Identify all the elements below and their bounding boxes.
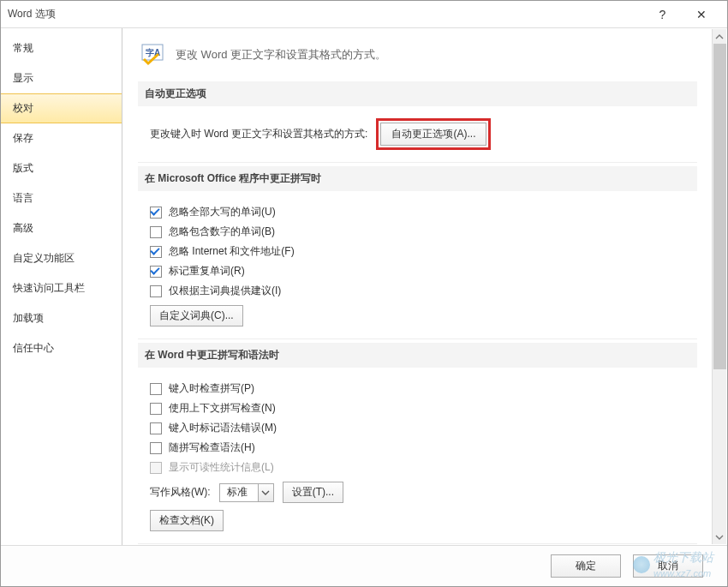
checkbox-grammar-with-spell[interactable] bbox=[150, 442, 162, 454]
autocorrect-desc: 更改键入时 Word 更正文字和设置其格式的方式: bbox=[150, 127, 367, 141]
checkbox-context-spell[interactable] bbox=[150, 403, 162, 415]
page-description: 更改 Word 更正文字和设置其格式的方式。 bbox=[176, 47, 386, 63]
sidebar-item-trust-center[interactable]: 信任中心 bbox=[1, 333, 122, 363]
section-word-spell-title: 在 Word 中更正拼写和语法时 bbox=[138, 343, 697, 368]
scroll-down-button[interactable] bbox=[713, 530, 726, 544]
checkbox-check-typing[interactable] bbox=[150, 383, 162, 395]
scroll-thumb[interactable] bbox=[713, 44, 726, 369]
scroll-up-button[interactable] bbox=[713, 29, 726, 44]
checkbox-ignore-numbers[interactable] bbox=[150, 226, 162, 238]
checkbox-main-dict-only[interactable] bbox=[150, 285, 162, 297]
sidebar-item-layout[interactable]: 版式 bbox=[1, 153, 122, 183]
section-office-spell: 忽略全部大写的单词(U) 忽略包含数字的单词(B) 忽略 Internet 和文… bbox=[138, 191, 697, 339]
vertical-scrollbar[interactable] bbox=[712, 29, 726, 544]
category-sidebar: 常规 显示 校对 保存 版式 语言 高级 自定义功能区 快速访问工具栏 加载项 … bbox=[1, 28, 122, 545]
label-context-spell: 使用上下文拼写检查(N) bbox=[169, 401, 276, 416]
options-dialog: Word 选项 ? ✕ 常规 显示 校对 保存 版式 语言 高级 自定义功能区 … bbox=[0, 0, 728, 587]
sidebar-item-customize-ribbon[interactable]: 自定义功能区 bbox=[1, 243, 122, 273]
label-readability: 显示可读性统计信息(L) bbox=[169, 460, 274, 475]
sidebar-item-proofing[interactable]: 校对 bbox=[1, 93, 122, 123]
titlebar: Word 选项 ? ✕ bbox=[1, 1, 727, 28]
highlight-annotation: 自动更正选项(A)... bbox=[376, 118, 491, 150]
label-grammar-with-spell: 随拼写检查语法(H) bbox=[169, 440, 255, 455]
check-document-button[interactable]: 检查文档(K) bbox=[150, 510, 224, 531]
checkbox-ignore-uppercase[interactable] bbox=[150, 207, 162, 219]
sidebar-item-advanced[interactable]: 高级 bbox=[1, 213, 122, 243]
checkbox-flag-repeat[interactable] bbox=[150, 266, 162, 278]
ok-button[interactable]: 确定 bbox=[551, 554, 621, 578]
label-flag-repeat: 标记重复单词(R) bbox=[169, 264, 245, 279]
checkbox-ignore-internet[interactable] bbox=[150, 246, 162, 258]
custom-dictionaries-button[interactable]: 自定义词典(C)... bbox=[150, 305, 243, 326]
proofing-icon: 字A bbox=[141, 44, 165, 66]
label-mark-grammar: 键入时标记语法错误(M) bbox=[169, 421, 277, 435]
sidebar-item-addins[interactable]: 加载项 bbox=[1, 303, 122, 333]
sidebar-item-save[interactable]: 保存 bbox=[1, 123, 122, 153]
scroll-track[interactable] bbox=[713, 44, 726, 530]
checkbox-mark-grammar[interactable] bbox=[150, 422, 162, 434]
checkbox-readability bbox=[150, 462, 162, 474]
dialog-footer: 确定 取消 bbox=[1, 545, 727, 586]
writing-style-settings-button[interactable]: 设置(T)... bbox=[283, 482, 343, 503]
sidebar-item-quick-access[interactable]: 快速访问工具栏 bbox=[1, 273, 122, 303]
help-button[interactable]: ? bbox=[643, 2, 682, 27]
autocorrect-options-button[interactable]: 自动更正选项(A)... bbox=[380, 123, 486, 146]
chevron-down-icon bbox=[258, 484, 273, 501]
window-title: Word 选项 bbox=[8, 7, 643, 21]
section-office-spell-title: 在 Microsoft Office 程序中更正拼写时 bbox=[138, 166, 697, 191]
cancel-button[interactable]: 取消 bbox=[633, 554, 703, 578]
section-autocorrect-title: 自动更正选项 bbox=[138, 81, 697, 106]
sidebar-item-language[interactable]: 语言 bbox=[1, 183, 122, 213]
writing-style-label: 写作风格(W): bbox=[150, 485, 211, 500]
section-autocorrect: 更改键入时 Word 更正文字和设置其格式的方式: 自动更正选项(A)... bbox=[138, 106, 697, 163]
label-check-typing: 键入时检查拼写(P) bbox=[169, 381, 254, 396]
section-word-spell: 键入时检查拼写(P) 使用上下文拼写检查(N) 键入时标记语法错误(M) 随拼写… bbox=[138, 368, 697, 544]
label-ignore-internet: 忽略 Internet 和文件地址(F) bbox=[169, 244, 295, 259]
page-header: 字A 更改 Word 更正文字和设置其格式的方式。 bbox=[138, 35, 697, 78]
label-main-dict-only: 仅根据主词典提供建议(I) bbox=[169, 284, 281, 298]
content-pane: 字A 更改 Word 更正文字和设置其格式的方式。 自动更正选项 更改键入时 W… bbox=[122, 28, 713, 545]
label-ignore-numbers: 忽略包含数字的单词(B) bbox=[169, 225, 275, 239]
close-button[interactable]: ✕ bbox=[682, 2, 720, 27]
sidebar-item-general[interactable]: 常规 bbox=[1, 33, 122, 63]
writing-style-value: 标准 bbox=[220, 485, 258, 500]
writing-style-select[interactable]: 标准 bbox=[219, 483, 274, 502]
sidebar-item-display[interactable]: 显示 bbox=[1, 63, 122, 93]
label-ignore-uppercase: 忽略全部大写的单词(U) bbox=[169, 205, 276, 219]
